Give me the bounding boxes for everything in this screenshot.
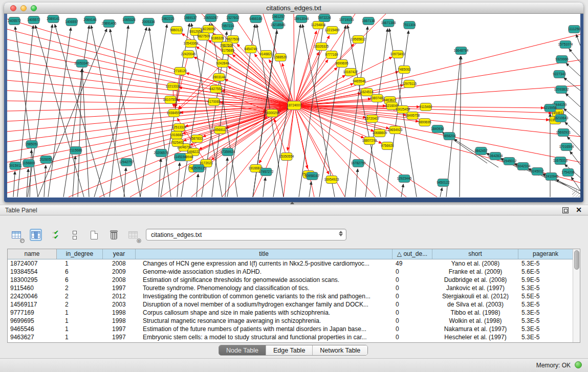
table-cell: 1997 (103, 325, 136, 333)
table-cell: Wolkin et al. (1998) (432, 317, 518, 325)
table-row[interactable]: 2242004622012Investigating the contribut… (8, 292, 573, 300)
table-cell: 14569117 (8, 300, 57, 309)
column-header-year[interactable]: year (103, 249, 136, 259)
graph-node-label: 18300295 (265, 111, 280, 115)
graph-node-label: 7485063 (398, 68, 411, 71)
table-cell: de Silva et al. (2003) (432, 300, 518, 309)
table-scrollbar-thumb[interactable] (574, 250, 579, 270)
graph-node-label: 12975115 (402, 82, 417, 85)
graph-node-label: 1585051 (25, 142, 38, 146)
table-panel-header: Table Panel ✕ (0, 205, 588, 215)
network-window-titlebar[interactable]: citations_edges.txt (4, 3, 583, 14)
graph-node-label: 10167427 (343, 70, 358, 74)
table-row[interactable]: 1456911722003Disruption of a novel membe… (8, 300, 573, 309)
table-row[interactable]: 1938455462009Genome-wide association stu… (8, 268, 573, 276)
table-source-dropdown[interactable]: citations_edges.txt (146, 229, 346, 240)
table-scrollbar[interactable] (573, 249, 580, 342)
network-window[interactable]: citations_edges.txt 18724007986012389129… (4, 3, 583, 202)
table-toolbar: ✔✔ x f(x) (10, 227, 159, 243)
graph-node-label: 13505135 (191, 166, 206, 170)
select-rows-icon[interactable]: ✔✔ (49, 229, 61, 241)
memory-ok-icon[interactable] (575, 361, 582, 368)
table-cell: 5.3E-5 (518, 325, 573, 333)
column-header-title[interactable]: title (136, 249, 393, 259)
graph-node-label: 12410945 (544, 174, 559, 178)
table-cell: 2012 (103, 292, 136, 300)
split-pane-handle[interactable] (290, 202, 294, 204)
float-panel-icon[interactable] (562, 207, 569, 213)
table-row[interactable]: 1872400712008Changes of HCN gene express… (8, 259, 573, 268)
table-row[interactable]: 946554611997Estimation of the future num… (8, 325, 573, 333)
graph-node-label: 1498222 (187, 150, 200, 154)
graph-node-label: 1667138 (362, 19, 375, 23)
column-header-name[interactable]: name (8, 249, 57, 259)
table-row[interactable]: 977716911998Corpus callosum shape and si… (8, 309, 573, 317)
graph-node-label: 12093832 (554, 87, 569, 91)
row-stack-icon[interactable] (69, 229, 81, 241)
table-cell: 5.3E-5 (518, 259, 573, 268)
graph-node-label: 19654923 (388, 128, 403, 132)
table-cell: 0 (393, 317, 432, 325)
graph-node-label: 12215469 (325, 28, 340, 32)
table-row[interactable]: 969969511998Structural magnetic resonanc… (8, 317, 573, 325)
table-cell: Nakamura et al. (1997) (432, 325, 518, 333)
column-header-pagerank[interactable]: pagerank (518, 249, 573, 259)
graph-node-label: 20206576 (154, 151, 169, 155)
table-cell: Franke et al. (2009) (432, 268, 518, 276)
table-cell: 2009 (103, 268, 136, 276)
graph-node-label: 1111250 (568, 27, 580, 31)
graph-node-label: 12213324 (166, 84, 181, 88)
table-cell: 1998 (103, 317, 136, 325)
table-row[interactable]: 946362711997Embryonic stem cells: a mode… (8, 333, 573, 341)
column-header-in_degree[interactable]: in_degree (57, 249, 103, 259)
table-cell: Changes of HCN gene expression and I(f) … (136, 259, 393, 268)
table-cell: 2003 (103, 300, 136, 309)
resize-grip[interactable] (572, 189, 580, 197)
graph-node-label: 1145194 (174, 155, 187, 159)
graph-node-label: 9699695 (335, 61, 349, 65)
graph-node-label: 2089141 (47, 17, 60, 20)
graph-node-label: 11254804 (311, 23, 326, 27)
table-settings-icon[interactable] (10, 229, 23, 241)
graph-node-label: 10642834 (488, 154, 503, 158)
tab-node-table[interactable]: Node Table (219, 345, 266, 355)
graph-node-label: 2867608 (220, 43, 233, 47)
table-cell: 1997 (103, 284, 136, 292)
graph-node-label: 9450122 (437, 181, 450, 184)
graph-node-label: 1754208 (561, 170, 575, 174)
table-cell: Dudbridge et al. (2008) (432, 276, 518, 284)
graph-node-label: 2069146 (83, 18, 97, 21)
close-panel-icon[interactable]: ✕ (576, 206, 582, 214)
graph-node-label: 8215958 (543, 106, 557, 110)
tab-network-table[interactable]: Network Table (313, 345, 367, 355)
table-tabs: Node TableEdge TableNetwork Table (219, 345, 368, 356)
table-cell: Structural magnetic resonance image aver… (136, 317, 393, 325)
table-cell: Disruption of a novel member of a sodium… (136, 300, 393, 309)
delete-table-icon[interactable] (107, 229, 120, 241)
select-column-icon[interactable] (30, 229, 42, 241)
graph-node-label: 22420046 (181, 52, 196, 56)
table-cell: 0 (393, 300, 432, 309)
dropdown-stepper-icon[interactable] (339, 231, 343, 236)
table-row[interactable]: 911546021997Tourette syndrome. Phenomeno… (8, 284, 573, 292)
column-header-short[interactable]: short (432, 249, 518, 259)
graph-node-label: 18226058 (201, 27, 216, 31)
table-cell: 9699695 (8, 317, 57, 325)
table-cell: 9777169 (8, 309, 57, 317)
tab-edge-table[interactable]: Edge Table (266, 345, 313, 355)
graph-node-label: 12945012 (502, 159, 517, 163)
table-cell: 5.3E-5 (518, 309, 573, 317)
table-row[interactable]: 1830029562008Estimation of significance … (8, 276, 573, 284)
column-header-out_degree[interactable]: △ out_de... (393, 249, 432, 259)
table-cell: 18724007 (8, 259, 57, 268)
table-cell: 0 (393, 284, 432, 292)
graph-node-label: 8427552 (209, 87, 223, 91)
table-cell: 1 (57, 333, 103, 341)
table-cell: 1 (57, 317, 103, 325)
graph-node-label: 19384554 (167, 111, 182, 115)
new-table-icon[interactable] (88, 229, 100, 241)
graph-node-label: 9146821 (259, 52, 273, 56)
graph-node-label: 16326325 (314, 45, 329, 48)
network-canvas[interactable]: 1872400798601238912954182260589827509818… (7, 14, 580, 198)
table-cell: Jankovic et al. (1997) (432, 284, 518, 292)
